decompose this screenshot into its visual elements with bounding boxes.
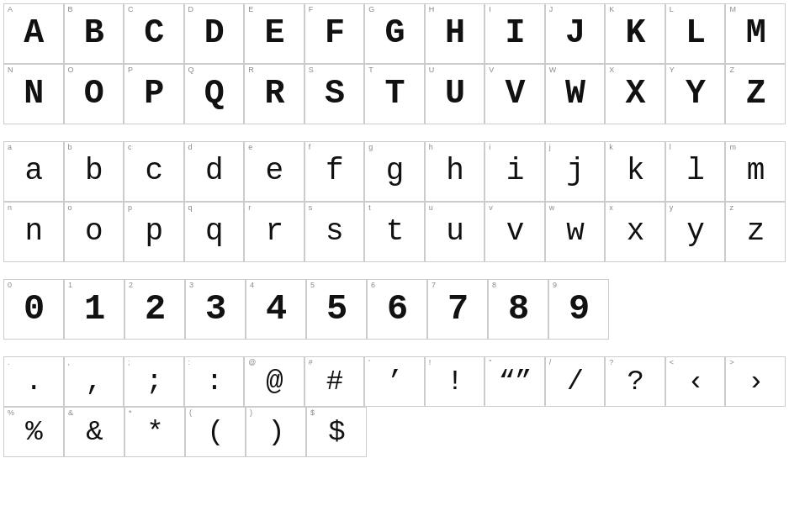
glyph-label: J <box>549 6 553 13</box>
glyph-character: d <box>205 156 223 187</box>
glyph-label: R <box>248 66 254 74</box>
glyph-cell-u: uu <box>425 202 485 262</box>
glyph-character: v <box>506 217 524 247</box>
glyph-label: W <box>549 66 557 74</box>
glyph-cell-t: tt <box>364 202 425 262</box>
glyph-cell-T: TT <box>364 64 425 124</box>
glyph-label: F <box>309 6 314 13</box>
glyph-character: 0 <box>24 292 44 327</box>
glyph-character: X <box>626 77 645 111</box>
glyph-label: U <box>429 66 435 74</box>
glyph-label: 3 <box>189 282 193 289</box>
glyph-label: a <box>8 144 12 151</box>
glyph-cell-d: dd <box>184 141 245 202</box>
glyph-character: 2 <box>145 292 165 327</box>
glyph-character: D <box>204 17 224 50</box>
glyph-character: 5 <box>326 292 347 327</box>
glyph-label: 7 <box>432 282 436 289</box>
glyph-cell-J: JJ <box>545 3 606 64</box>
glyph-character: / <box>567 367 583 396</box>
glyph-cell-x: "“” <box>485 356 545 407</box>
glyph-character: 7 <box>447 292 468 327</box>
glyph-character: ; <box>146 367 162 396</box>
glyph-character: p <box>146 217 163 247</box>
glyph-label: b <box>68 144 72 151</box>
glyph-character: g <box>386 156 404 187</box>
glyph-character: . <box>25 367 41 396</box>
symbols-row-1: ..,,;;::@@##'’!!"“”//??<‹>› <box>3 356 786 407</box>
uppercase-row-2: NNOOPPQQRRSSTTUUVVWWXXYYZZ <box>3 64 786 124</box>
glyph-character: r <box>266 217 283 247</box>
glyph-label: r <box>248 204 251 212</box>
glyph-label: 6 <box>371 282 375 289</box>
glyph-label: d <box>188 144 193 151</box>
glyph-label: n <box>8 204 12 212</box>
glyph-cell-x: :: <box>184 356 245 407</box>
glyph-character: * <box>146 418 162 446</box>
glyph-cell-b: bb <box>64 141 124 202</box>
glyph-label: m <box>729 144 736 151</box>
glyph-character: ! <box>447 367 463 396</box>
glyph-character: 1 <box>84 292 104 327</box>
glyph-character: ? <box>627 367 643 396</box>
glyph-cell-H: HH <box>425 3 485 64</box>
glyph-cell-F: FF <box>304 3 365 64</box>
glyph-character: ‹ <box>687 367 703 396</box>
glyph-character: P <box>144 77 163 111</box>
glyph-cell-E: EE <box>244 3 304 64</box>
glyph-cell-n: nn <box>3 202 64 262</box>
glyph-character: ( <box>207 418 223 446</box>
lowercase-section: aabbccddeeffgghhiijjkkllmm nnooppqqrrsst… <box>3 141 786 262</box>
glyph-character: , <box>86 367 102 396</box>
glyph-character: V <box>506 77 525 111</box>
font-preview: AABBCCDDEEFFGGHHIIJJKKLLMM NNOOPPQQRRSST… <box>0 0 789 467</box>
glyph-label: ; <box>128 359 130 366</box>
glyph-label: O <box>68 66 74 74</box>
glyph-label: X <box>609 66 614 74</box>
glyph-character: “” <box>499 367 532 396</box>
glyph-cell-L: LL <box>665 3 726 64</box>
glyph-character: L <box>686 17 705 50</box>
glyph-label: Y <box>670 66 675 74</box>
glyph-label: C <box>128 6 134 13</box>
glyph-cell-2: 22 <box>124 279 185 340</box>
glyph-character: J <box>565 17 585 50</box>
glyph-cell-x: @@ <box>244 356 304 407</box>
glyph-cell-x: )) <box>246 407 306 457</box>
glyph-character: n <box>24 217 42 247</box>
glyph-label: & <box>68 409 73 417</box>
glyph-character: i <box>506 156 524 187</box>
glyph-cell-x: && <box>64 407 124 457</box>
glyph-label: l <box>670 144 671 151</box>
glyph-cell-x: '’ <box>364 356 425 407</box>
glyph-cell-X: XX <box>605 64 665 124</box>
glyph-label: k <box>609 144 613 151</box>
glyph-label: e <box>248 144 252 151</box>
glyph-character: z <box>747 217 765 247</box>
glyph-character: R <box>264 77 283 111</box>
glyph-character: l <box>686 156 704 187</box>
glyph-label: E <box>248 6 253 13</box>
glyph-cell-q: qq <box>184 202 245 262</box>
symbols-section: ..,,;;::@@##'’!!"“”//??<‹>› %%&&**(())$$ <box>3 356 786 457</box>
glyph-character: › <box>747 367 763 396</box>
glyph-label: f <box>309 144 311 151</box>
glyph-cell-Z: ZZ <box>725 64 786 124</box>
glyph-character: % <box>25 418 41 446</box>
glyph-character: o <box>85 217 103 247</box>
glyph-label: o <box>68 204 72 212</box>
glyph-cell-f: ff <box>304 141 365 202</box>
glyph-label: y <box>670 204 674 212</box>
glyph-character: 4 <box>266 292 286 327</box>
glyph-label: ! <box>429 359 432 366</box>
glyph-cell-s: ss <box>304 202 365 262</box>
glyph-character: ’ <box>386 367 402 396</box>
glyph-cell-I: II <box>485 3 545 64</box>
glyph-character: y <box>686 217 704 247</box>
glyph-label: H <box>429 6 435 13</box>
glyph-character: Z <box>746 77 765 111</box>
glyph-cell-A: AA <box>3 3 64 64</box>
glyph-character: Y <box>686 77 705 111</box>
glyph-label: s <box>309 204 313 212</box>
glyph-cell-K: KK <box>605 3 665 64</box>
